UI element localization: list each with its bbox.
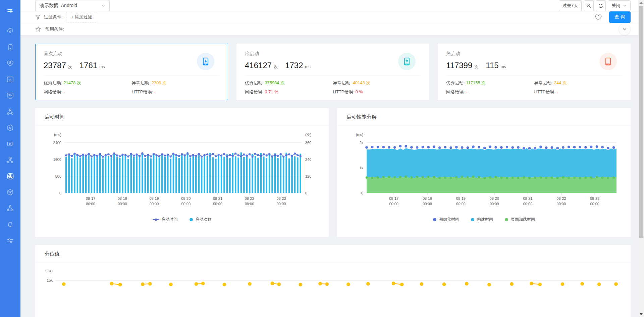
divider — [245, 76, 421, 76]
stat-card-1[interactable]: 冷启动 416127 次 1732 ms 优秀启动: 375984 次 异常启动… — [236, 44, 429, 100]
common-left: 常用条件: — [35, 26, 64, 32]
sidebar-item-cluster[interactable] — [6, 204, 15, 213]
launch-time-panel: 启动时间 2400360160024080012000(ms)(次)08-170… — [35, 108, 329, 237]
svg-text:00:00: 00:00 — [245, 202, 254, 206]
scrollbar-thumb[interactable] — [639, 6, 643, 238]
heart-monitor-icon — [6, 59, 14, 67]
card-stat: 网络错误: 0.71 % — [245, 89, 333, 95]
common-expand-button[interactable] — [619, 23, 631, 35]
legend-item[interactable]: 构建时间 — [471, 217, 493, 222]
card-time: 1761 — [79, 61, 97, 70]
percentile-panel: 分位值 (ms)15k — [35, 245, 631, 317]
stat-value: 0.71 % — [265, 89, 278, 94]
sidebar-item-heart-monitor[interactable] — [6, 59, 15, 67]
refresh-button[interactable] — [596, 0, 606, 11]
card-count-unit: 次 — [474, 64, 478, 70]
project-select-value: 演示数据_Android — [40, 3, 77, 9]
sidebar — [0, 0, 20, 317]
circle-marker-icon — [433, 218, 437, 222]
svg-text:00:00: 00:00 — [213, 202, 222, 206]
sidebar-item-sliders[interactable] — [6, 236, 15, 245]
stat-value: - — [557, 89, 558, 94]
topology-icon — [6, 156, 14, 164]
sidebar-item-gauge[interactable] — [6, 27, 15, 35]
svg-text:(ms): (ms) — [45, 268, 53, 272]
card-numbers: 416127 次 1732 ms — [245, 61, 421, 70]
scrollbar-down-arrow-icon[interactable] — [638, 312, 644, 317]
funnel-icon — [35, 14, 41, 20]
svg-text:800: 800 — [55, 174, 61, 178]
sidebar-item-cube[interactable] — [6, 188, 15, 196]
bell-icon — [6, 221, 14, 228]
stat-label: 网络错误: — [44, 89, 63, 94]
svg-text:08-20: 08-20 — [181, 196, 191, 200]
scrollbar-up-arrow-icon[interactable] — [638, 0, 644, 5]
sidebar-item-launch[interactable] — [6, 172, 15, 180]
sidebar-item-bell[interactable] — [6, 220, 15, 229]
stat-label: 网络错误: — [245, 89, 265, 94]
window-scrollbar[interactable] — [638, 0, 644, 317]
chart-legend: 启动时间启动次数 — [35, 217, 329, 222]
zoom-in-button[interactable] — [584, 0, 594, 11]
main-area: 演示数据_Android 过去7天 关闭 — [20, 0, 639, 317]
stat-value: 21478 次 — [63, 80, 81, 85]
gauge-icon — [6, 27, 14, 35]
panel-title: 启动时间 — [35, 108, 329, 126]
svg-text:(ms): (ms) — [54, 133, 61, 137]
card-stat: 异常启动: 40143 次 — [333, 80, 421, 86]
stat-card-2[interactable]: 热启动 117399 次 115 ms 优秀启动: 117155 次 异常启动:… — [438, 44, 631, 100]
svg-text:00:00: 00:00 — [277, 202, 286, 206]
sidebar-item-mobile[interactable] — [6, 43, 15, 51]
card-title: 首次启动 — [44, 51, 220, 57]
legend-item[interactable]: 启动时间 — [153, 217, 178, 222]
svg-text:00:00: 00:00 — [423, 202, 432, 206]
monitor-key-icon — [6, 92, 14, 99]
stat-label: 优秀启动: — [44, 80, 63, 85]
svg-text:08-19: 08-19 — [456, 196, 466, 200]
launch-breakdown-panel: 启动性能分解 2k1k0(ms)08-1700:0008-1800:0008-1… — [337, 108, 631, 237]
share-nodes-icon — [6, 108, 14, 116]
sidebar-item-share-nodes[interactable] — [6, 107, 15, 116]
line-marker-icon — [153, 218, 159, 221]
sidebar-collapse-icon[interactable] — [6, 6, 15, 15]
stat-label: 异常启动: — [534, 80, 554, 85]
legend-item[interactable]: 启动次数 — [189, 217, 212, 222]
time-range-button[interactable]: 过去7天 — [559, 0, 582, 11]
sidebar-item-monitor-key[interactable] — [6, 91, 15, 100]
svg-text:0: 0 — [361, 191, 363, 195]
common-conditions-label: 常用条件: — [45, 26, 64, 32]
stat-value: 2309 次 — [152, 80, 167, 85]
project-select[interactable]: 演示数据_Android — [35, 0, 110, 11]
top-actions: 过去7天 关闭 — [559, 0, 631, 11]
svg-text:(次): (次) — [305, 133, 311, 137]
stat-value: - — [63, 89, 65, 94]
sidebar-item-video[interactable] — [6, 140, 15, 148]
close-dropdown-button[interactable]: 关闭 — [608, 0, 631, 11]
legend-label: 启动时间 — [162, 217, 178, 222]
legend-item[interactable]: 页面加载时间 — [504, 217, 535, 222]
add-filter-button[interactable]: + 添加过滤 — [66, 12, 97, 22]
hexagon-icon — [6, 124, 14, 132]
card-stat: 网络错误: - — [446, 89, 534, 95]
sidebar-item-topology[interactable] — [6, 156, 15, 164]
api-window-icon — [6, 76, 14, 83]
stat-value: 0 % — [356, 89, 363, 94]
query-button[interactable]: 查 询 — [609, 11, 631, 23]
card-stat: 网络错误: - — [44, 89, 132, 95]
stat-card-0[interactable]: 首次启动 23787 次 1761 ms 优秀启动: 21478 次 异常启动:… — [35, 44, 228, 100]
filter-bar: 过滤条件: + 添加过滤 查 询 — [20, 11, 639, 23]
stat-value: 40143 次 — [353, 80, 371, 85]
svg-text:0: 0 — [59, 191, 61, 195]
svg-text:00:00: 00:00 — [150, 202, 159, 206]
heart-icon[interactable] — [595, 14, 602, 20]
circle-marker-icon — [504, 218, 508, 222]
svg-text:08-21: 08-21 — [213, 196, 222, 200]
legend-item[interactable]: 初始化时间 — [433, 217, 459, 222]
sidebar-item-hexagon[interactable] — [6, 124, 15, 132]
sidebar-item-api-window[interactable] — [6, 75, 15, 84]
svg-text:00:00: 00:00 — [557, 202, 566, 206]
card-numbers: 23787 次 1761 ms — [44, 61, 220, 70]
filter-right: 查 询 — [595, 11, 631, 23]
svg-text:08-23: 08-23 — [590, 196, 599, 200]
svg-text:08-19: 08-19 — [149, 196, 159, 200]
